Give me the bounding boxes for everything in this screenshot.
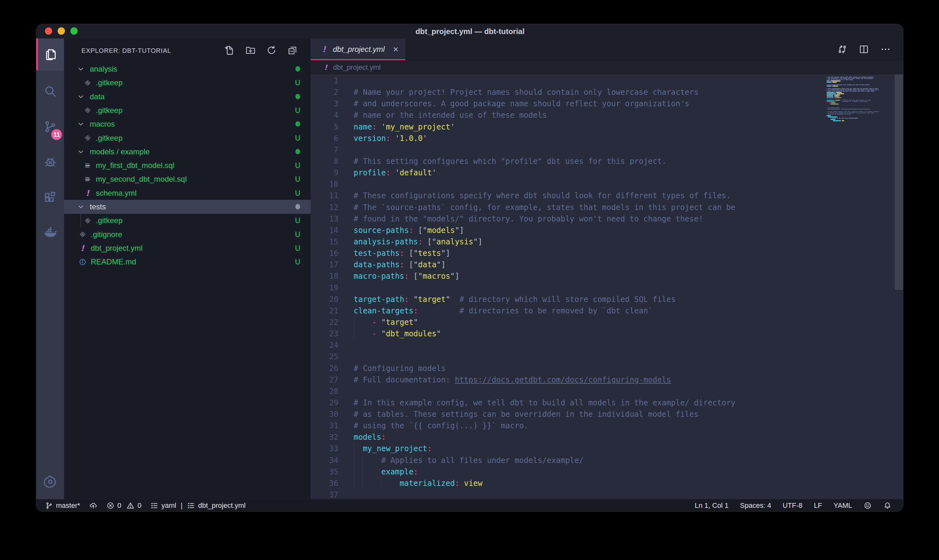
- line-number: 3: [311, 98, 339, 109]
- code-line[interactable]: 28: [311, 386, 904, 397]
- code-line[interactable]: 36 materialized: view: [311, 478, 904, 489]
- status-active-file[interactable]: dbt_project.yml: [187, 502, 245, 510]
- new-file-button[interactable]: [224, 45, 235, 56]
- split-editor-button[interactable]: [859, 44, 869, 56]
- tree-item-label: .gitkeep: [96, 131, 123, 145]
- code-line[interactable]: 32models:: [311, 431, 904, 443]
- tree-item--gitkeep[interactable]: .gitkeepU: [64, 214, 311, 228]
- code-token: :: [404, 295, 409, 304]
- tree-item--gitkeep[interactable]: .gitkeepU: [64, 103, 311, 117]
- activity-item-debug[interactable]: [36, 146, 64, 178]
- code-editor[interactable]: 12# Name your project! Project names sho…: [311, 74, 904, 499]
- more-actions-icon: [880, 44, 891, 55]
- code-line[interactable]: 18macro-paths: ["macros"]: [311, 271, 904, 282]
- status-sync[interactable]: [89, 502, 97, 510]
- code-line[interactable]: 26# Configuring models: [311, 363, 904, 374]
- code-line[interactable]: 29# In this example config, we tell dbt …: [311, 397, 904, 409]
- line-content: materialized: view: [354, 478, 904, 489]
- tree-item--gitignore[interactable]: .gitignoreU: [64, 228, 311, 242]
- tree-item-my-second-dbt-model-sql[interactable]: my_second_dbt_model.sqlU: [64, 172, 311, 186]
- compare-changes-button[interactable]: [837, 44, 848, 56]
- new-folder-button[interactable]: [245, 45, 256, 56]
- code-line[interactable]: 19: [311, 282, 904, 294]
- refresh-button[interactable]: [266, 45, 277, 56]
- code-line[interactable]: 15analysis-paths: ["analysis"]: [311, 236, 904, 248]
- git-icon: [83, 78, 92, 87]
- activity-item-explorer[interactable]: [36, 38, 64, 70]
- tree-item--gitkeep[interactable]: .gitkeepU: [64, 76, 311, 90]
- tree-item-analysis[interactable]: analysis: [64, 62, 311, 76]
- code-line[interactable]: 13# found in the "models/" directory. Yo…: [311, 213, 904, 225]
- code-token: [404, 260, 409, 269]
- breadcrumb[interactable]: ! dbt_project.yml: [311, 60, 904, 74]
- line-number: 37: [311, 489, 339, 499]
- code-line[interactable]: 33 my_new_project:: [311, 443, 904, 454]
- tree-item-schema-yml[interactable]: !schema.ymlU: [64, 186, 311, 200]
- code-line[interactable]: 17data-paths: ["data"]: [311, 259, 904, 271]
- status-cursor-position[interactable]: Ln 1, Col 1: [694, 502, 728, 510]
- status-feedback[interactable]: [864, 502, 872, 510]
- code-line[interactable]: 12# The `source-paths` config, for examp…: [311, 202, 904, 213]
- code-line[interactable]: 34 # Applies to all files under models/e…: [311, 455, 904, 466]
- collapse-all-button[interactable]: [287, 45, 298, 56]
- activity-item-docker[interactable]: [36, 217, 64, 249]
- tree-item--gitkeep[interactable]: .gitkeepU: [64, 131, 311, 145]
- code-token: [": [418, 226, 427, 235]
- tree-item-macros[interactable]: macros: [64, 117, 311, 131]
- status-language[interactable]: YAML: [834, 502, 852, 510]
- code-line[interactable]: 1: [311, 75, 904, 86]
- code-line[interactable]: 37: [311, 489, 904, 499]
- code-line[interactable]: 21clean-targets: # directories to be rem…: [311, 305, 904, 317]
- status-encoding[interactable]: UTF-8: [783, 502, 802, 510]
- code-line[interactable]: 31# using the `{{ config(...) }}` macro.: [311, 420, 904, 431]
- code-line[interactable]: 25: [311, 351, 904, 362]
- code-line[interactable]: 4# name or the intended use of these mod…: [311, 109, 904, 121]
- tree-item-readme-md[interactable]: README.mdU: [64, 255, 311, 269]
- code-token: [354, 444, 363, 453]
- code-line[interactable]: 35 example:: [311, 466, 904, 478]
- status-errors[interactable]: 0: [106, 502, 121, 510]
- code-line[interactable]: 2# Name your project! Project names shou…: [311, 86, 904, 98]
- explorer-actions: [224, 45, 298, 56]
- line-content: # Configuring models: [354, 363, 904, 374]
- status-notifications[interactable]: [883, 502, 891, 510]
- code-line[interactable]: 8# This setting configures which "profil…: [311, 155, 904, 167]
- tree-item-tests[interactable]: tests: [64, 200, 311, 214]
- close-tab-icon[interactable]: ×: [393, 45, 399, 54]
- tab-dbt-project-yml[interactable]: ! dbt_project.yml ×: [311, 38, 405, 60]
- code-line[interactable]: 9profile: 'default': [311, 167, 904, 178]
- code-token: # Configuring models: [354, 364, 446, 373]
- tree-item-my-first-dbt-model-sql[interactable]: my_first_dbt_model.sqlU: [64, 158, 311, 172]
- code-line[interactable]: 3# and underscores. A good package name …: [311, 98, 904, 109]
- code-token: profile: [354, 168, 386, 177]
- status-bar-right: Ln 1, Col 1Spaces: 4UTF-8LFYAML: [694, 499, 891, 512]
- tree-item-dbt-project-yml[interactable]: !dbt_project.ymlU: [64, 241, 311, 255]
- settings-button[interactable]: [36, 466, 64, 497]
- code-token: [459, 479, 464, 488]
- code-line[interactable]: 30# as tables. These settings can be ove…: [311, 409, 904, 420]
- status-eol[interactable]: LF: [814, 502, 822, 510]
- code-line[interactable]: 6version: '1.0.0': [311, 133, 904, 144]
- activity-item-search[interactable]: [36, 75, 64, 107]
- code-line[interactable]: 11# These configurations specify where d…: [311, 190, 904, 202]
- status-indentation[interactable]: Spaces: 4: [740, 502, 771, 510]
- code-line[interactable]: 24: [311, 340, 904, 351]
- activity-item-extensions[interactable]: [36, 182, 64, 214]
- code-token: target: [418, 295, 446, 304]
- code-token: :: [418, 237, 422, 246]
- status-warnings[interactable]: 0: [126, 502, 141, 510]
- code-line[interactable]: 23 - "dbt_modules": [311, 328, 904, 340]
- status-branch[interactable]: master*: [45, 502, 80, 510]
- code-line[interactable]: 16test-paths: ["tests"]: [311, 248, 904, 259]
- code-line[interactable]: 22 - "target": [311, 317, 904, 328]
- tree-item-models-example[interactable]: models / example: [64, 145, 311, 159]
- tree-item-data[interactable]: data: [64, 90, 311, 104]
- more-actions-button[interactable]: [880, 44, 891, 56]
- code-line[interactable]: 14source-paths: ["models"]: [311, 225, 904, 236]
- status-linter-yaml[interactable]: yaml: [150, 502, 176, 510]
- code-line[interactable]: 10: [311, 178, 904, 190]
- code-line[interactable]: 20target-path: "target" # directory whic…: [311, 294, 904, 305]
- code-line[interactable]: 7: [311, 144, 904, 155]
- code-line[interactable]: 27# Full documentation: https://docs.get…: [311, 374, 904, 386]
- code-line[interactable]: 5name: 'my_new_project': [311, 121, 904, 133]
